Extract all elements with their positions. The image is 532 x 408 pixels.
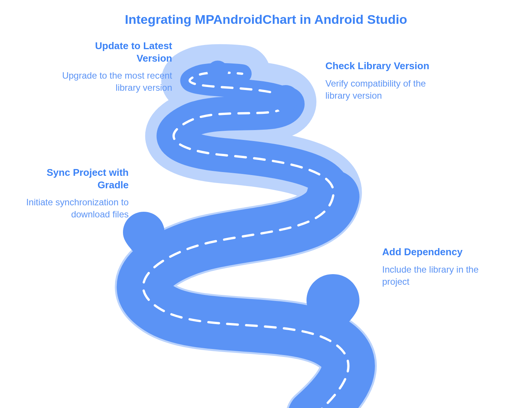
step-add-dependency: Add Dependency Include the library in th… — [382, 246, 496, 288]
road-edge — [143, 73, 348, 408]
step-description: Initiate synchronization to download fil… — [25, 196, 129, 221]
step-description: Include the library in the project — [382, 264, 496, 288]
map-pin-icon — [123, 212, 165, 266]
road-surface-mid — [174, 104, 334, 197]
road-surface-top — [190, 73, 288, 104]
step-title: Check Library Version — [325, 60, 439, 72]
step-update-latest: Update to Latest Version Upgrade to the … — [59, 40, 172, 94]
diagram-title: Integrating MPAndroidChart in Android St… — [0, 12, 532, 27]
step-check-version: Check Library Version Verify compatibili… — [325, 60, 439, 102]
road-centerline — [143, 73, 348, 408]
map-pin-icon — [207, 61, 228, 88]
step-description: Verify compatibility of the library vers… — [325, 78, 439, 102]
step-description: Upgrade to the most recent library versi… — [59, 70, 172, 94]
map-pin-icon — [306, 274, 359, 343]
step-sync-project: Sync Project with Gradle Initiate synchr… — [25, 166, 129, 221]
step-title: Update to Latest Version — [59, 40, 172, 64]
step-title: Add Dependency — [382, 246, 496, 258]
step-title: Sync Project with Gradle — [25, 166, 129, 191]
road-surface-lower — [143, 197, 348, 408]
diagram-canvas: Integrating MPAndroidChart in Android St… — [0, 0, 532, 408]
map-pin-icon — [272, 85, 299, 119]
